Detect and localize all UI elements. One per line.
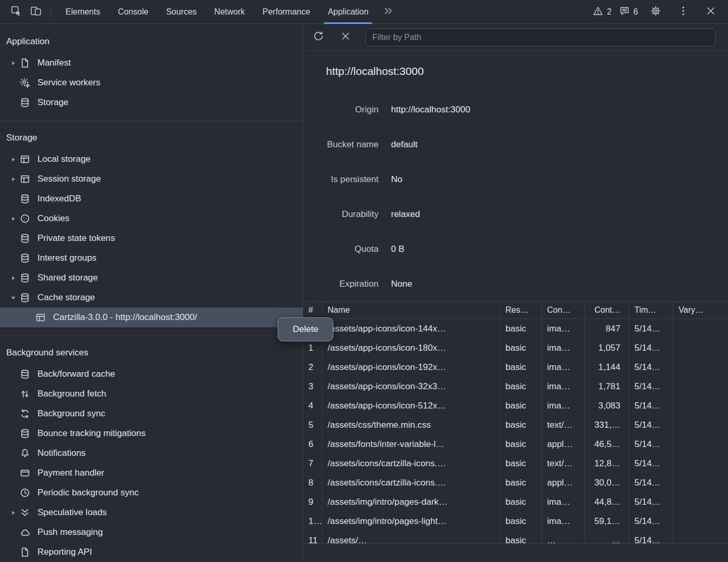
metadata-label: Durability xyxy=(303,209,379,220)
column-header-index[interactable]: # xyxy=(303,302,322,318)
tab-elements[interactable]: Elements xyxy=(57,0,109,24)
sidebar-item-label: Background sync xyxy=(37,408,105,419)
console-messages-button[interactable]: 6 xyxy=(619,6,638,18)
bell-icon xyxy=(19,448,31,458)
triangle-right-icon[interactable] xyxy=(7,215,19,222)
sidebar-item-speculative-loads[interactable]: Speculative loads xyxy=(0,503,303,522)
device-toolbar-button[interactable] xyxy=(27,3,45,21)
sidebar-item-label: Back/forward cache xyxy=(37,369,115,379)
sidebar-item-label: Cache storage xyxy=(37,292,95,303)
table-row[interactable]: 9/assets/img/intro/pages-dark…basicima…4… xyxy=(303,492,728,512)
settings-button[interactable] xyxy=(647,3,665,21)
tab-application[interactable]: Application xyxy=(319,0,377,24)
menu-button[interactable] xyxy=(674,3,692,21)
gear-icon xyxy=(650,5,661,19)
message-icon xyxy=(619,6,630,18)
tab-network[interactable]: Network xyxy=(205,0,254,24)
database-icon xyxy=(19,253,31,263)
table-row[interactable]: 5/assets/css/theme.min.cssbasictext/…331… xyxy=(303,415,728,435)
filter-by-path-input[interactable] xyxy=(366,29,716,46)
sidebar-item-periodic-background-sync[interactable]: Periodic background sync xyxy=(0,483,303,503)
sidebar-item-back-forward-cache[interactable]: Back/forward cache xyxy=(0,364,303,384)
sidebar-item-label: Cartzilla-3.0.0 - http://localhost:3000/ xyxy=(53,312,197,323)
cell-name: /assets/css/theme.min.css xyxy=(322,415,500,435)
cell-res: basic xyxy=(500,492,541,512)
table-row[interactable]: 1/assets/app-icons/icon-180x…basicima…1,… xyxy=(303,338,728,357)
tab-console[interactable]: Console xyxy=(109,0,158,24)
table-row[interactable]: 4/assets/app-icons/icon-512x…basicima…3,… xyxy=(303,396,728,415)
sidebar-item-cache-storage[interactable]: Cache storage xyxy=(0,288,303,308)
more-tabs-button[interactable] xyxy=(380,3,397,21)
tab-sources[interactable]: Sources xyxy=(157,0,205,24)
triangle-right-icon[interactable] xyxy=(7,60,19,67)
sidebar-item-service-workers[interactable]: Service workers xyxy=(0,73,303,93)
sidebar-item-bounce-tracking-mitigations[interactable]: Bounce tracking mitigations xyxy=(0,424,303,443)
inspect-element-button[interactable] xyxy=(7,3,25,21)
issues-warning-button[interactable]: 2 xyxy=(593,6,612,18)
sidebar-item-local-storage[interactable]: Local storage xyxy=(0,149,303,169)
clear-button[interactable] xyxy=(339,31,352,44)
sidebar-item-session-storage[interactable]: Session storage xyxy=(0,169,303,189)
close-devtools-button[interactable] xyxy=(702,3,720,21)
triangle-right-icon[interactable] xyxy=(7,509,19,516)
column-header-tim[interactable]: Tim… xyxy=(629,302,673,318)
column-header-res[interactable]: Res… xyxy=(500,302,541,318)
sidebar-item-shared-storage[interactable]: Shared storage xyxy=(0,268,303,288)
table-icon xyxy=(34,312,47,323)
table-row[interactable]: 3/assets/app-icons/icon-32x3…basicima…1,… xyxy=(303,377,728,396)
sidebar-item-background-sync[interactable]: Background sync xyxy=(0,404,303,424)
cell-cont: 30,0… xyxy=(584,473,629,492)
triangle-right-icon[interactable] xyxy=(7,176,19,183)
sidebar-item-private-state-tokens[interactable]: Private state tokens xyxy=(0,228,303,248)
warning-count: 2 xyxy=(607,7,612,17)
document-icon xyxy=(19,58,31,68)
cell-num: 2 xyxy=(303,357,322,377)
sidebar-item-manifest[interactable]: Manifest xyxy=(0,53,303,73)
devtools-toolbar: ElementsConsoleSourcesNetworkPerformance… xyxy=(0,0,728,24)
triangle-right-icon[interactable] xyxy=(7,275,19,282)
cell-cont: 3,083 xyxy=(584,396,629,415)
sidebar-item-cartzilla-3-0-0-http-localhost-3000[interactable]: Cartzilla-3.0.0 - http://localhost:3000/ xyxy=(0,308,303,327)
table-row[interactable]: 7/assets/icons/cartzilla-icons.…basictex… xyxy=(303,454,728,473)
sidebar-item-reporting-api[interactable]: Reporting API xyxy=(0,542,303,562)
table-row[interactable]: 6/assets/fonts/inter-variable-l…basicapp… xyxy=(303,435,728,454)
sidebar-item-cookies[interactable]: Cookies xyxy=(0,209,303,228)
sidebar-item-label: Speculative loads xyxy=(37,507,107,518)
context-menu-delete[interactable]: Delete xyxy=(280,320,331,339)
triangle-down-icon[interactable] xyxy=(7,295,19,301)
cell-vary xyxy=(673,473,728,492)
table-row[interactable]: 0/assets/app-icons/icon-144x…basicima…84… xyxy=(303,319,728,338)
sidebar-item-notifications[interactable]: Notifications xyxy=(0,443,303,463)
column-header-vary[interactable]: Vary… xyxy=(673,302,728,318)
refresh-button[interactable] xyxy=(311,31,325,44)
sidebar-item-label: Cookies xyxy=(37,213,69,224)
cell-res: basic xyxy=(500,454,541,473)
column-header-cont[interactable]: Cont… xyxy=(584,302,629,318)
table-row[interactable]: 1…/assets/img/intro/pages-light…basicima… xyxy=(303,512,728,531)
cell-num: 9 xyxy=(303,492,322,512)
cell-num: 8 xyxy=(303,473,322,492)
device-toolbar-icon xyxy=(30,5,42,19)
table-row[interactable]: 11/assets/…basic……5/14… xyxy=(303,531,728,543)
cell-con: ima… xyxy=(541,377,584,396)
table-row[interactable]: 2/assets/app-icons/icon-192x…basicima…1,… xyxy=(303,357,728,377)
sidebar-item-storage[interactable]: Storage xyxy=(0,93,303,112)
triangle-right-icon[interactable] xyxy=(7,156,19,163)
cache-metadata: Originhttp://localhost:3000Bucket namede… xyxy=(303,92,728,301)
sidebar-item-indexeddb[interactable]: IndexedDB xyxy=(0,189,303,209)
cell-name: /assets/img/intro/pages-dark… xyxy=(322,492,500,512)
cell-cont: 44,8… xyxy=(584,492,629,512)
sidebar-item-interest-groups[interactable]: Interest groups xyxy=(0,248,303,268)
tab-performance[interactable]: Performance xyxy=(254,0,319,24)
sidebar-item-push-messaging[interactable]: Push messaging xyxy=(0,522,303,542)
sidebar-item-label: Storage xyxy=(37,97,69,108)
application-sidebar: ApplicationManifestService workersStorag… xyxy=(0,24,303,562)
context-menu: Delete xyxy=(278,317,333,341)
table-row[interactable]: 8/assets/icons/cartzilla-icons.…basicapp… xyxy=(303,473,728,492)
column-header-con[interactable]: Con… xyxy=(541,302,584,318)
sidebar-item-background-fetch[interactable]: Background fetch xyxy=(0,384,303,404)
metadata-row-expiration: ExpirationNone xyxy=(303,266,728,301)
column-header-name[interactable]: Name xyxy=(322,302,500,318)
database-icon xyxy=(19,273,31,283)
sidebar-item-payment-handler[interactable]: Payment handler xyxy=(0,463,303,483)
